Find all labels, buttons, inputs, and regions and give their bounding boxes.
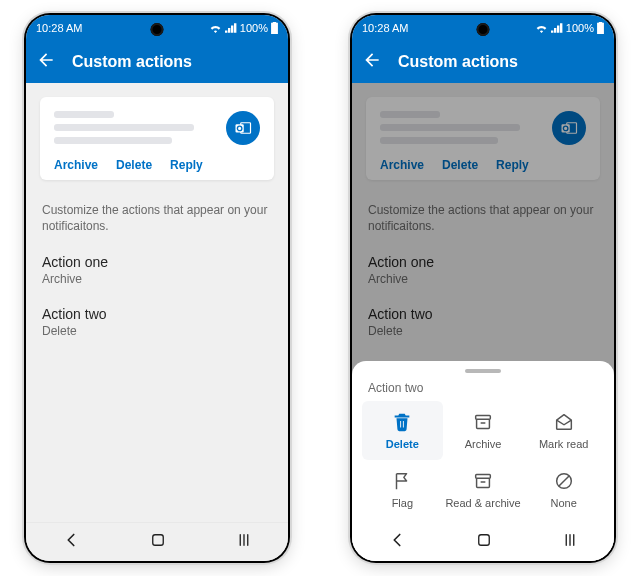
nav-back-button[interactable] [60, 529, 82, 555]
sheet-option-read-and-archive[interactable]: Read & archive [443, 460, 524, 519]
sheet-option-archive[interactable]: Archive [443, 401, 524, 460]
placeholder-line [54, 137, 172, 144]
placeholder-line [54, 124, 194, 131]
phone-device-left: 10:28 AM 100% Custom actions [26, 15, 288, 561]
svg-rect-11 [479, 535, 490, 546]
three-bars-icon [234, 531, 254, 549]
nav-home-button[interactable] [149, 531, 167, 553]
svg-line-10 [559, 476, 569, 486]
sheet-option-label: Read & archive [445, 497, 520, 509]
sheet-title: Action two [352, 381, 614, 401]
sheet-option-label: Delete [386, 438, 419, 450]
wifi-icon [209, 23, 222, 33]
nav-recents-button[interactable] [560, 531, 580, 553]
nav-recents-button[interactable] [234, 531, 254, 553]
square-icon [149, 531, 167, 549]
preview-action-archive[interactable]: Archive [54, 158, 98, 172]
action-two-row[interactable]: Action two Delete [26, 296, 288, 348]
sheet-option-delete[interactable]: Delete [362, 401, 443, 460]
sheet-option-label: None [551, 497, 577, 509]
appbar-title: Custom actions [72, 53, 192, 71]
mail-open-icon [553, 411, 575, 433]
action-one-value: Archive [42, 272, 272, 286]
app-bar: Custom actions [26, 41, 288, 83]
trash-icon [391, 411, 413, 433]
action-picker-sheet: Action two Delete Ar [352, 361, 614, 561]
outlook-icon [234, 119, 252, 137]
battery-icon [597, 22, 604, 34]
svg-rect-3 [153, 535, 164, 546]
system-nav-bar [26, 522, 288, 561]
action-two-title: Action two [42, 306, 272, 322]
notification-preview-card: Archive Delete Reply [40, 97, 274, 180]
three-bars-icon [560, 531, 580, 549]
camera-punch-hole [151, 23, 164, 36]
signal-icon [551, 23, 563, 33]
battery-percent: 100% [240, 22, 268, 34]
flag-icon [391, 470, 413, 492]
svg-rect-7 [476, 416, 491, 420]
archive-icon [472, 470, 494, 492]
back-button[interactable] [36, 50, 56, 74]
archive-icon [472, 411, 494, 433]
sheet-option-label: Mark read [539, 438, 589, 450]
status-time: 10:28 AM [36, 22, 82, 34]
sheet-options-grid: Delete Archive [352, 401, 614, 523]
appbar-title: Custom actions [398, 53, 518, 71]
sheet-option-label: Flag [392, 497, 413, 509]
sheet-option-none[interactable]: None [523, 460, 604, 519]
action-one-row[interactable]: Action one Archive [26, 244, 288, 296]
signal-icon [225, 23, 237, 33]
system-nav-bar [352, 523, 614, 561]
status-time: 10:28 AM [362, 22, 408, 34]
arrow-back-icon [36, 50, 56, 70]
nav-home-button[interactable] [475, 531, 493, 553]
chevron-left-icon [60, 529, 82, 551]
app-bar: Custom actions [352, 41, 614, 83]
svg-rect-8 [476, 475, 491, 479]
camera-punch-hole [477, 23, 490, 36]
battery-percent: 100% [566, 22, 594, 34]
wifi-icon [535, 23, 548, 33]
arrow-back-icon [362, 50, 382, 70]
placeholder-line [54, 111, 114, 118]
preview-action-delete[interactable]: Delete [116, 158, 152, 172]
sheet-option-label: Archive [465, 438, 502, 450]
info-text: Customize the actions that appear on you… [26, 180, 288, 244]
content-area: Archive Delete Reply Customize the actio… [26, 83, 288, 522]
square-icon [475, 531, 493, 549]
action-two-value: Delete [42, 324, 272, 338]
back-button[interactable] [362, 50, 382, 74]
nav-back-button[interactable] [386, 529, 408, 555]
outlook-app-icon-button [226, 111, 260, 145]
preview-action-row: Archive Delete Reply [54, 158, 260, 172]
preview-action-reply[interactable]: Reply [170, 158, 203, 172]
sheet-drag-handle[interactable] [465, 369, 501, 373]
sheet-option-flag[interactable]: Flag [362, 460, 443, 519]
content-area: Archive Delete Reply Customize the actio… [352, 83, 614, 561]
chevron-left-icon [386, 529, 408, 551]
sheet-option-mark-read[interactable]: Mark read [523, 401, 604, 460]
action-one-title: Action one [42, 254, 272, 270]
phone-device-right: 10:28 AM 100% Custom actions [352, 15, 614, 561]
battery-icon [271, 22, 278, 34]
none-icon [553, 470, 575, 492]
